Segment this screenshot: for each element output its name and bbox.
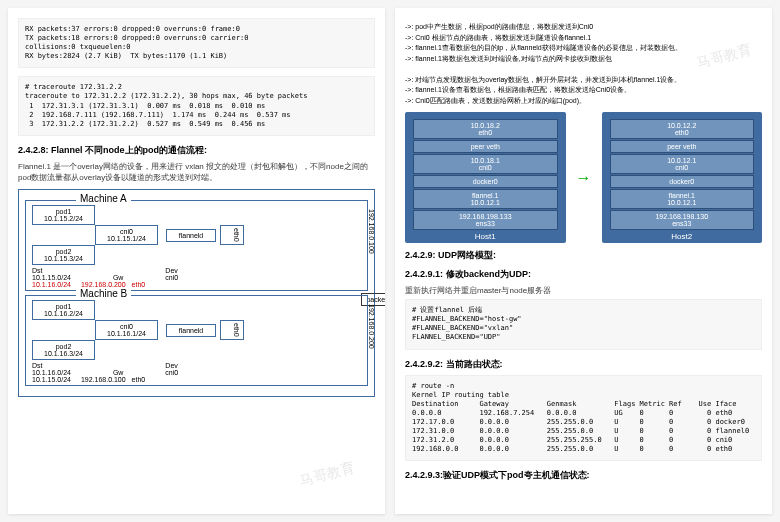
watermark: 马哥教育 [298,459,357,491]
pod2-b: pod2 10.1.16.3/24 [32,340,95,360]
section-2428: 2.4.2.8: Flannel 不同node上的pod的通信流程: [18,144,375,157]
backend-code: # 设置flannel 后端 #FLANNEL_BACKEND="host-gw… [405,299,762,349]
flanneld-b: flanneld [166,324,216,337]
dst2-b: 10.1.15.0/24 [32,376,71,383]
machine-b-title: Machine B [76,288,131,299]
pod2-a: pod2 10.1.15.3/24 [32,245,95,265]
page-left: RX packets:37 errors:0 dropped:0 overrun… [8,8,385,514]
section-24291: 2.4.2.9.1: 修改backend为UDP: [405,268,762,281]
dst-a: Dst 10.1.15.0/24 [32,267,71,281]
gw-b: Gw [113,369,124,376]
machine-diagram: Machine A 192.168.0.100 pod1 10.1.15.2/2… [18,189,375,397]
eth0-b: eth0 [220,320,244,340]
eth0-a: eth0 [220,225,244,245]
flow-bullets: ->: pod中产生数据，根据pod的路由信息，将数据发送到Cni0 ->: C… [405,22,762,106]
section-2429: 2.4.2.9: UDP网络模型: [405,249,762,262]
host1: 10.0.18.2 eth0 peer veth 10.0.18.1 cni0 … [405,112,566,243]
rx-stats-code: RX packets:37 errors:0 dropped:0 overrun… [18,18,375,68]
arrow-icon: → [576,169,592,187]
machine-b: Machine B 192.168.0.200 pod1 10.1.16.2/2… [25,295,368,386]
flanneld-a: flanneld [166,229,216,242]
restart-note: 重新执行网络并重启master与node服务器 [405,285,762,296]
page-right: ->: pod中产生数据，根据pod的路由信息，将数据发送到Cni0 ->: C… [395,8,772,514]
gw2-b: 192.168.0.100 [81,376,126,383]
ip-a: 192.168.0.100 [368,209,375,254]
machine-a: Machine A 192.168.0.100 pod1 10.1.15.2/2… [25,200,368,291]
cni-b: cni0 10.1.16.1/24 [95,320,158,340]
host-diagram: 10.0.18.2 eth0 peer veth 10.0.18.1 cni0 … [405,112,762,243]
dev-b: Dev cni0 [165,362,178,376]
machine-a-title: Machine A [76,193,131,204]
pod1-b: pod1 10.1.16.2/24 [32,300,95,320]
traceroute-code: # traceroute 172.31.2.2 traceroute to 17… [18,76,375,135]
pod1-a: pod1 10.1.15.2/24 [32,205,95,225]
flannel-desc: Flannel.1 是一个overlay网络的设备，用来进行 vxlan 报文的… [18,161,375,183]
dev-a: Dev cni0 [165,267,178,281]
dev2-a: eth0 [132,281,146,288]
cni-a: cni0 10.1.15.1/24 [95,225,158,245]
ip-b: 192.168.0.200 [368,304,375,349]
section-24293: 2.4.2.9.3:验证UDP模式下pod夸主机通信状态: [405,469,762,482]
section-24292: 2.4.2.9.2: 当前路由状态: [405,358,762,371]
gw-a: Gw [113,274,124,281]
gw2-a: 192.168.0.200 [81,281,126,288]
dst2-a: 10.1.16.0/24 [32,281,71,288]
dst-b: Dst 10.1.16.0/24 [32,362,71,376]
dev2-b: eth0 [132,376,146,383]
host2: 10.0.12.2 eth0 peer veth 10.0.12.1 cni0 … [602,112,763,243]
route-code: # route -n Kernel IP routing table Desti… [405,375,762,462]
